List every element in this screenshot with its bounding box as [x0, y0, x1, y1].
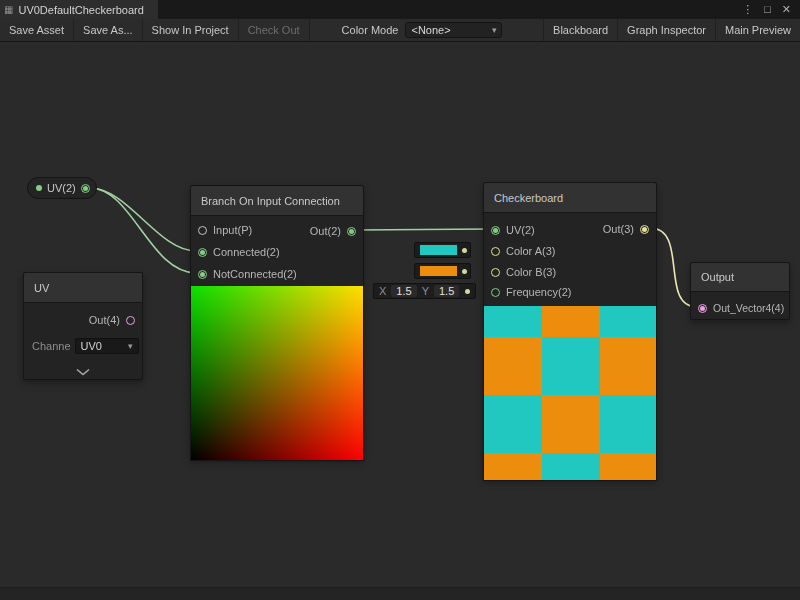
- channel-label: Channe: [32, 340, 71, 352]
- chevron-down-icon: ▾: [492, 25, 497, 35]
- color-b-port[interactable]: [491, 268, 500, 277]
- edge-uvtoken-to-connected[interactable]: [90, 188, 196, 251]
- token-label: UV(2): [47, 182, 76, 194]
- color-a-port[interactable]: [491, 247, 500, 256]
- port-row-out-vector4: Out_Vector4(4): [698, 300, 784, 316]
- node-expander[interactable]: [24, 368, 142, 376]
- frequency-y-input[interactable]: 1.5: [434, 285, 459, 297]
- port-label: UV(2): [506, 224, 535, 236]
- edge-branch-out-to-checkerboard-uv[interactable]: [356, 229, 490, 230]
- port-row-input-p: Input(P): [198, 222, 252, 238]
- port-label: Color A(3): [506, 245, 556, 257]
- uv-gradient-preview: [191, 286, 363, 460]
- node-title: Checkerboard: [484, 183, 656, 213]
- tab-title: UV0DefaultCheckerboard: [18, 4, 143, 16]
- node-output[interactable]: Output Out_Vector4(4): [690, 262, 790, 320]
- color-a-field[interactable]: [414, 242, 471, 258]
- checkerboard-out-port[interactable]: [640, 225, 649, 234]
- port-row-out2: Out(2): [310, 223, 356, 239]
- uv-channel-dropdown[interactable]: UV0 ▾: [75, 338, 139, 354]
- uv2-port-token[interactable]: UV(2): [27, 177, 97, 199]
- value-connector-dot-icon: [462, 248, 467, 253]
- checkerboard-pattern: [484, 306, 656, 480]
- node-checkerboard[interactable]: Checkerboard UV(2) Color A(3) Color B(3)…: [483, 182, 657, 479]
- frequency-x-label: X: [379, 285, 386, 297]
- output-in-port[interactable]: [698, 304, 707, 313]
- branch-out-port[interactable]: [347, 227, 356, 236]
- check-out-button[interactable]: Check Out: [239, 19, 310, 41]
- port-label: Connected(2): [213, 246, 280, 258]
- port-row-frequency: Frequency(2): [491, 284, 571, 300]
- expand-chevron-icon: [75, 368, 91, 376]
- edge-uvtoken-to-notconnected[interactable]: [90, 188, 196, 273]
- notconnected-port[interactable]: [198, 270, 207, 279]
- port-row-notconnected: NotConnected(2): [198, 266, 297, 282]
- window-tab-bar: ▦ UV0DefaultCheckerboard ⋮ □ ✕: [0, 0, 800, 19]
- port-row-out3: Out(3): [603, 221, 649, 237]
- connected-port[interactable]: [198, 248, 207, 257]
- port-row-connected: Connected(2): [198, 244, 280, 260]
- port-row-out4: Out(4): [89, 312, 135, 328]
- node-uv[interactable]: UV Out(4) Channe UV0 ▾: [23, 272, 143, 380]
- color-a-swatch[interactable]: [420, 245, 457, 255]
- window-bottom-strip: [0, 587, 800, 600]
- uv-out-port[interactable]: [126, 316, 135, 325]
- save-as-button[interactable]: Save As...: [74, 19, 143, 41]
- frequency-y-label: Y: [422, 285, 429, 297]
- port-label: Color B(3): [506, 266, 556, 278]
- color-b-swatch[interactable]: [420, 266, 457, 276]
- window-controls: ⋮ □ ✕: [742, 0, 800, 19]
- tab-uv0defaultcheckerboard[interactable]: ▦ UV0DefaultCheckerboard: [0, 0, 158, 19]
- token-value-dot-icon: [36, 185, 42, 191]
- port-label: NotConnected(2): [213, 268, 297, 280]
- node-title: Output: [691, 263, 789, 292]
- color-b-field[interactable]: [414, 263, 471, 279]
- port-label: Frequency(2): [506, 286, 571, 298]
- main-preview-toggle-button[interactable]: Main Preview: [715, 19, 800, 41]
- maximize-icon[interactable]: □: [764, 4, 771, 15]
- color-mode-value: <None>: [411, 24, 450, 36]
- port-label: Out(2): [310, 225, 341, 237]
- node-branch-on-input-connection[interactable]: Branch On Input Connection Input(P) Conn…: [190, 185, 364, 459]
- port-label: Out_Vector4(4): [713, 302, 784, 314]
- shader-graph-toolbar: Save Asset Save As... Show In Project Ch…: [0, 19, 800, 42]
- shader-graph-asset-icon: ▦: [4, 5, 13, 15]
- graph-inspector-toggle-button[interactable]: Graph Inspector: [617, 19, 715, 41]
- color-mode-label: Color Mode: [310, 24, 406, 36]
- value-connector-dot-icon: [465, 289, 470, 294]
- frequency-field: X 1.5 Y 1.5: [373, 283, 476, 299]
- port-row-color-a: Color A(3): [491, 243, 556, 259]
- chevron-down-icon: ▾: [128, 341, 133, 351]
- checkerboard-node-preview: [483, 306, 657, 481]
- graph-canvas[interactable]: UV(2) Branch On Input Connection Input(P…: [0, 42, 800, 600]
- port-label: Input(P): [213, 224, 252, 236]
- save-asset-button[interactable]: Save Asset: [0, 19, 74, 41]
- frequency-x-input[interactable]: 1.5: [391, 285, 416, 297]
- node-title: UV: [24, 273, 142, 303]
- token-output-port[interactable]: [81, 184, 90, 193]
- close-icon[interactable]: ✕: [782, 4, 791, 15]
- port-row-color-b: Color B(3): [491, 264, 556, 280]
- node-title: Branch On Input Connection: [191, 186, 363, 216]
- menu-kebab-icon[interactable]: ⋮: [742, 4, 753, 15]
- color-mode-dropdown[interactable]: <None> ▾: [405, 22, 502, 38]
- port-label: Out(3): [603, 223, 634, 235]
- checkerboard-uv-port[interactable]: [491, 226, 500, 235]
- blackboard-toggle-button[interactable]: Blackboard: [543, 19, 617, 41]
- value-connector-dot-icon: [462, 269, 467, 274]
- input-p-port[interactable]: [198, 226, 207, 235]
- branch-node-preview: [190, 286, 364, 461]
- channel-value: UV0: [81, 340, 102, 352]
- channel-control-row: Channe UV0 ▾: [32, 337, 139, 355]
- frequency-port[interactable]: [491, 288, 500, 297]
- port-row-uv2: UV(2): [491, 222, 535, 238]
- show-in-project-button[interactable]: Show In Project: [143, 19, 239, 41]
- port-label: Out(4): [89, 314, 120, 326]
